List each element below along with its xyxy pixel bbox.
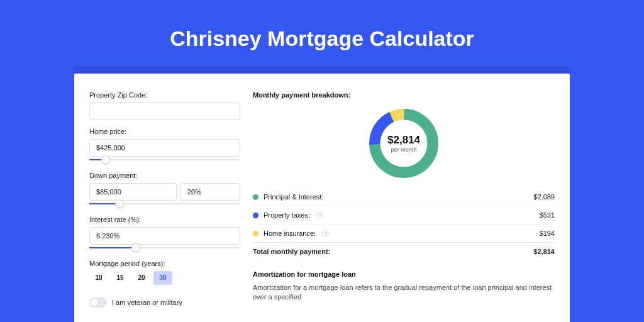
legend-dot	[253, 194, 258, 200]
down-payment-input[interactable]	[89, 183, 177, 201]
mortgage-period-group: 10152030	[89, 271, 240, 285]
amortization-section: Amortization for mortgage loan Amortizat…	[253, 270, 555, 303]
legend-total-label: Total monthly payment:	[253, 248, 330, 255]
down-payment-slider[interactable]	[89, 199, 240, 208]
zip-input[interactable]	[89, 103, 240, 120]
amortization-text: Amortization for a mortgage loan refers …	[253, 283, 555, 303]
payment-donut-chart: $2,814 per month	[365, 105, 442, 182]
down-payment-pct-input[interactable]	[180, 183, 240, 201]
home-price-label: Home price:	[89, 128, 240, 135]
period-btn-15[interactable]: 15	[111, 271, 130, 285]
zip-label: Property Zip Code:	[89, 91, 240, 99]
breakdown-title: Monthly payment breakdown:	[253, 91, 555, 99]
down-payment-label: Down payment:	[89, 172, 240, 179]
interest-rate-label: Interest rate (%):	[89, 216, 240, 223]
amortization-title: Amortization for mortgage loan	[253, 270, 555, 278]
home-price-input[interactable]	[89, 139, 240, 157]
legend-row: Principal & Interest:$2,089	[253, 188, 555, 206]
veteran-label: I am veteran or military	[112, 299, 182, 306]
period-btn-30[interactable]: 30	[153, 271, 172, 285]
legend-row: Property taxes:?$531	[253, 206, 555, 224]
card-frame: Property Zip Code: Home price: Down paym…	[74, 66, 570, 322]
period-btn-20[interactable]: 20	[132, 271, 151, 285]
legend-total-row: Total monthly payment:$2,814	[253, 242, 555, 260]
legend-value: $531	[540, 211, 555, 219]
veteran-toggle[interactable]	[89, 297, 107, 308]
info-icon[interactable]: ?	[322, 230, 329, 237]
donut-amount: $2,814	[387, 134, 420, 147]
legend-row: Home insurance:?$194	[253, 224, 555, 242]
legend-dot	[253, 231, 258, 236]
calculator-card: Property Zip Code: Home price: Down paym…	[74, 74, 570, 322]
inputs-panel: Property Zip Code: Home price: Down paym…	[89, 86, 240, 322]
legend-total-value: $2,814	[533, 248, 555, 255]
breakdown-panel: Monthly payment breakdown: $2,814 per mo…	[253, 86, 555, 322]
donut-sublabel: per month	[391, 147, 417, 153]
legend-value: $2,089	[533, 193, 555, 201]
info-icon[interactable]: ?	[316, 212, 323, 219]
home-price-slider[interactable]	[89, 155, 240, 164]
mortgage-period-label: Mortgage period (years):	[89, 260, 240, 267]
interest-rate-slider[interactable]	[89, 243, 240, 252]
legend-value: $194	[540, 230, 555, 237]
legend-dot	[253, 213, 258, 218]
legend-label: Principal & Interest:	[264, 193, 323, 201]
interest-rate-input[interactable]	[89, 227, 240, 245]
page-title: Chrisney Mortgage Calculator	[0, 0, 644, 66]
breakdown-legend: Principal & Interest:$2,089Property taxe…	[253, 188, 555, 260]
legend-label: Property taxes:	[264, 211, 310, 219]
period-btn-10[interactable]: 10	[89, 271, 108, 285]
legend-label: Home insurance:	[264, 230, 316, 237]
